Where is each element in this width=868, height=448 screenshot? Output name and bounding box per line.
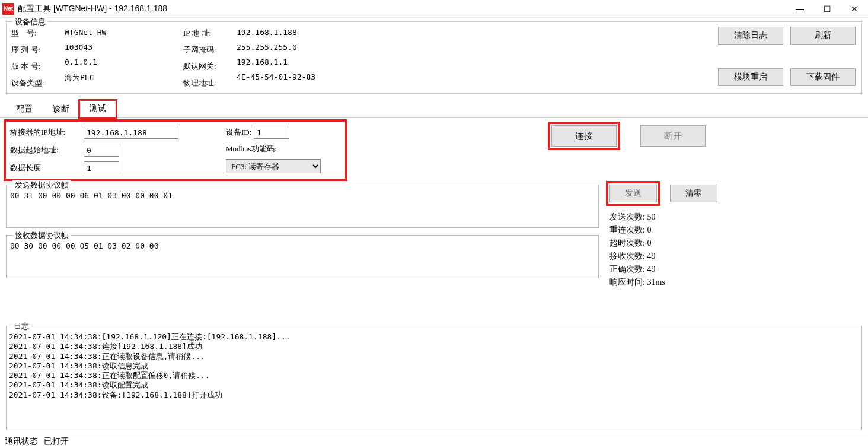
reconn-label: 重连次数: [609, 225, 645, 234]
serial-value: 103043 [65, 43, 183, 52]
mac-label: 物理地址: [183, 78, 237, 88]
modbus-fc-label: Modbus功能码: [226, 144, 276, 154]
log-panel: 日志 [6, 326, 862, 430]
device-id-input[interactable] [254, 126, 289, 139]
device-info-panel: 设备信息 型 号: 序 列 号: 版 本 号: 设备类型: WTGNet-HW … [6, 21, 862, 94]
tab-config[interactable]: 配置 [6, 101, 43, 118]
version-value: 0.1.0.1 [65, 58, 183, 66]
ip-value: 192.168.1.188 [237, 28, 414, 37]
connect-button[interactable]: 连接 [551, 125, 617, 147]
recv-frame-box: 接收数据协议帧 [6, 235, 599, 278]
gateway-value: 192.168.1.1 [237, 58, 414, 66]
maximize-button[interactable]: ☐ [813, 0, 841, 18]
start-addr-input[interactable] [84, 144, 119, 157]
test-params-panel: 桥接器的IP地址: 数据起始地址: 数据长度: 设备ID: Modbus功能码: [6, 122, 345, 179]
close-button[interactable]: ✕ [841, 0, 868, 18]
window-title: 配置工具 [WTGNet-HW] - 192.168.1.188 [18, 4, 786, 14]
model-label: 型 号: [11, 28, 65, 39]
reconn-value: 0 [647, 225, 651, 234]
data-len-input[interactable] [84, 161, 119, 174]
bridge-ip-label: 桥接器的IP地址: [10, 127, 81, 138]
app-icon: Net [2, 3, 14, 15]
window-controls: — ☐ ✕ [786, 0, 868, 18]
comm-status-value: 已打开 [44, 436, 69, 447]
tab-test[interactable]: 测试 [79, 100, 116, 118]
title-bar: Net 配置工具 [WTGNet-HW] - 192.168.1.188 — ☐… [0, 0, 868, 18]
version-label: 版 本 号: [11, 61, 65, 72]
minimize-button[interactable]: — [786, 0, 813, 18]
recv-count-value: 49 [647, 252, 655, 260]
reboot-button[interactable]: 模块重启 [718, 68, 783, 86]
ip-label: IP 地 址: [183, 28, 237, 39]
gateway-label: 默认网关: [183, 61, 237, 72]
send-frame-box: 发送数据协议帧 [6, 185, 599, 228]
resp-time-label: 响应时间: [609, 278, 645, 287]
model-value: WTGNet-HW [65, 28, 183, 37]
type-label: 设备类型: [11, 78, 65, 88]
log-textarea[interactable] [7, 326, 861, 430]
tab-body-test: 桥接器的IP地址: 数据起始地址: 数据长度: 设备ID: Modbus功能码: [0, 118, 868, 323]
comm-status-label: 通讯状态 [5, 436, 38, 447]
send-button[interactable]: 发送 [609, 185, 657, 202]
stats-panel: 发送次数: 50 重连次数: 0 超时次数: 0 接收次数: 49 正确次数: … [609, 212, 717, 288]
data-len-label: 数据长度: [10, 163, 81, 173]
refresh-button[interactable]: 刷新 [790, 27, 856, 45]
mask-label: 子网掩码: [183, 45, 237, 55]
resp-time-value: 31ms [647, 278, 665, 287]
send-count-label: 发送次数: [609, 212, 645, 221]
recv-count-label: 接收次数: [609, 252, 645, 260]
recv-frame-textarea[interactable] [7, 236, 598, 276]
log-legend: 日志 [11, 321, 31, 332]
ok-count-label: 正确次数: [609, 265, 645, 274]
download-firmware-button[interactable]: 下载固件 [790, 68, 856, 86]
send-count-value: 50 [647, 212, 655, 221]
send-frame-legend: 发送数据协议帧 [12, 180, 71, 190]
recv-frame-legend: 接收数据协议帧 [12, 230, 71, 241]
disconnect-button[interactable]: 断开 [640, 125, 706, 147]
serial-label: 序 列 号: [11, 45, 65, 55]
clear-count-button[interactable]: 清零 [670, 185, 717, 202]
status-bar: 通讯状态 已打开 [0, 434, 868, 448]
modbus-fc-select[interactable]: FC3: 读寄存器 [226, 159, 321, 173]
timeout-label: 超时次数: [609, 239, 645, 247]
device-info-legend: 设备信息 [12, 17, 48, 27]
timeout-value: 0 [647, 239, 651, 247]
type-value: 海为PLC [65, 72, 183, 83]
send-frame-textarea[interactable] [7, 185, 598, 225]
clear-log-button[interactable]: 清除日志 [718, 27, 783, 45]
device-id-label: 设备ID: [226, 127, 251, 138]
bridge-ip-input[interactable] [84, 126, 178, 139]
connection-buttons: 连接 断开 [551, 125, 706, 147]
start-addr-label: 数据起始地址: [10, 145, 81, 155]
tab-diag[interactable]: 诊断 [43, 101, 79, 118]
mask-value: 255.255.255.0 [237, 43, 414, 52]
mac-value: 4E-45-54-01-92-83 [237, 72, 414, 81]
tab-strip: 配置 诊断 测试 [0, 100, 868, 118]
ok-count-value: 49 [647, 265, 655, 274]
